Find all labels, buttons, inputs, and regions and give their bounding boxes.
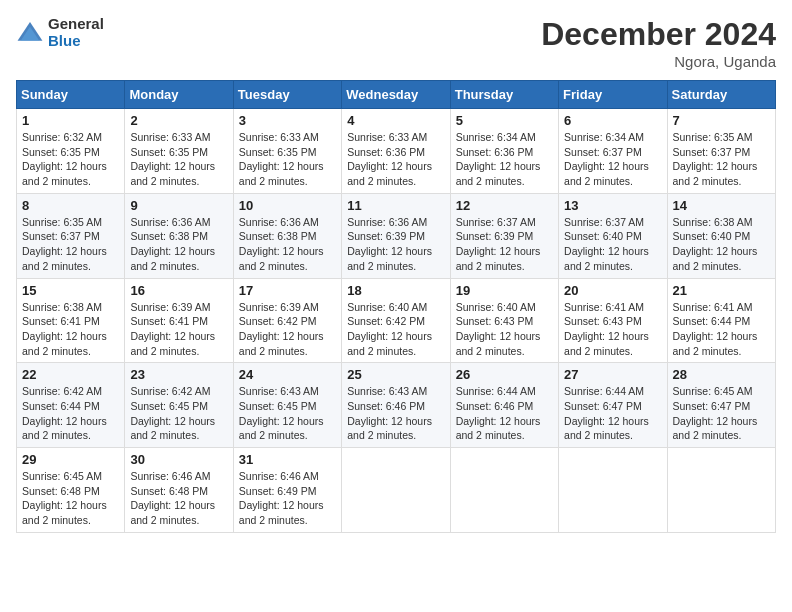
- logo-blue-text: Blue: [48, 33, 104, 50]
- day-info: Sunrise: 6:41 AM Sunset: 6:43 PM Dayligh…: [564, 300, 661, 359]
- calendar-cell: 18Sunrise: 6:40 AM Sunset: 6:42 PM Dayli…: [342, 278, 450, 363]
- calendar-cell: 1Sunrise: 6:32 AM Sunset: 6:35 PM Daylig…: [17, 109, 125, 194]
- calendar-cell: 10Sunrise: 6:36 AM Sunset: 6:38 PM Dayli…: [233, 193, 341, 278]
- week-row-5: 29Sunrise: 6:45 AM Sunset: 6:48 PM Dayli…: [17, 448, 776, 533]
- day-info: Sunrise: 6:44 AM Sunset: 6:46 PM Dayligh…: [456, 384, 553, 443]
- day-number: 4: [347, 113, 444, 128]
- day-info: Sunrise: 6:43 AM Sunset: 6:46 PM Dayligh…: [347, 384, 444, 443]
- calendar-cell: 23Sunrise: 6:42 AM Sunset: 6:45 PM Dayli…: [125, 363, 233, 448]
- calendar-cell: 8Sunrise: 6:35 AM Sunset: 6:37 PM Daylig…: [17, 193, 125, 278]
- day-info: Sunrise: 6:36 AM Sunset: 6:38 PM Dayligh…: [130, 215, 227, 274]
- calendar-cell: 4Sunrise: 6:33 AM Sunset: 6:36 PM Daylig…: [342, 109, 450, 194]
- day-number: 2: [130, 113, 227, 128]
- calendar-cell: 5Sunrise: 6:34 AM Sunset: 6:36 PM Daylig…: [450, 109, 558, 194]
- calendar-cell: 19Sunrise: 6:40 AM Sunset: 6:43 PM Dayli…: [450, 278, 558, 363]
- calendar-cell: 9Sunrise: 6:36 AM Sunset: 6:38 PM Daylig…: [125, 193, 233, 278]
- day-info: Sunrise: 6:37 AM Sunset: 6:39 PM Dayligh…: [456, 215, 553, 274]
- day-info: Sunrise: 6:34 AM Sunset: 6:36 PM Dayligh…: [456, 130, 553, 189]
- day-number: 30: [130, 452, 227, 467]
- day-number: 18: [347, 283, 444, 298]
- day-info: Sunrise: 6:45 AM Sunset: 6:48 PM Dayligh…: [22, 469, 119, 528]
- day-info: Sunrise: 6:42 AM Sunset: 6:45 PM Dayligh…: [130, 384, 227, 443]
- day-number: 11: [347, 198, 444, 213]
- day-number: 7: [673, 113, 770, 128]
- calendar-header: SundayMondayTuesdayWednesdayThursdayFrid…: [17, 81, 776, 109]
- day-info: Sunrise: 6:42 AM Sunset: 6:44 PM Dayligh…: [22, 384, 119, 443]
- calendar-cell: 16Sunrise: 6:39 AM Sunset: 6:41 PM Dayli…: [125, 278, 233, 363]
- day-number: 20: [564, 283, 661, 298]
- week-row-3: 15Sunrise: 6:38 AM Sunset: 6:41 PM Dayli…: [17, 278, 776, 363]
- calendar-cell: 17Sunrise: 6:39 AM Sunset: 6:42 PM Dayli…: [233, 278, 341, 363]
- calendar-cell: 20Sunrise: 6:41 AM Sunset: 6:43 PM Dayli…: [559, 278, 667, 363]
- calendar-body: 1Sunrise: 6:32 AM Sunset: 6:35 PM Daylig…: [17, 109, 776, 533]
- calendar-cell: 22Sunrise: 6:42 AM Sunset: 6:44 PM Dayli…: [17, 363, 125, 448]
- day-number: 21: [673, 283, 770, 298]
- calendar-table: SundayMondayTuesdayWednesdayThursdayFrid…: [16, 80, 776, 533]
- calendar-cell: 26Sunrise: 6:44 AM Sunset: 6:46 PM Dayli…: [450, 363, 558, 448]
- day-info: Sunrise: 6:36 AM Sunset: 6:38 PM Dayligh…: [239, 215, 336, 274]
- day-info: Sunrise: 6:45 AM Sunset: 6:47 PM Dayligh…: [673, 384, 770, 443]
- day-info: Sunrise: 6:46 AM Sunset: 6:48 PM Dayligh…: [130, 469, 227, 528]
- calendar-cell: 28Sunrise: 6:45 AM Sunset: 6:47 PM Dayli…: [667, 363, 775, 448]
- day-number: 3: [239, 113, 336, 128]
- calendar-cell: 24Sunrise: 6:43 AM Sunset: 6:45 PM Dayli…: [233, 363, 341, 448]
- logo-general-text: General: [48, 16, 104, 33]
- calendar-cell: 29Sunrise: 6:45 AM Sunset: 6:48 PM Dayli…: [17, 448, 125, 533]
- column-header-monday: Monday: [125, 81, 233, 109]
- day-info: Sunrise: 6:39 AM Sunset: 6:42 PM Dayligh…: [239, 300, 336, 359]
- logo-icon: [16, 19, 44, 47]
- calendar-cell: 7Sunrise: 6:35 AM Sunset: 6:37 PM Daylig…: [667, 109, 775, 194]
- column-header-sunday: Sunday: [17, 81, 125, 109]
- page-header: General Blue December 2024 Ngora, Uganda: [16, 16, 776, 70]
- header-row: SundayMondayTuesdayWednesdayThursdayFrid…: [17, 81, 776, 109]
- day-number: 31: [239, 452, 336, 467]
- day-number: 17: [239, 283, 336, 298]
- logo: General Blue: [16, 16, 104, 49]
- calendar-cell: [559, 448, 667, 533]
- calendar-cell: 12Sunrise: 6:37 AM Sunset: 6:39 PM Dayli…: [450, 193, 558, 278]
- day-info: Sunrise: 6:43 AM Sunset: 6:45 PM Dayligh…: [239, 384, 336, 443]
- day-info: Sunrise: 6:36 AM Sunset: 6:39 PM Dayligh…: [347, 215, 444, 274]
- column-header-thursday: Thursday: [450, 81, 558, 109]
- day-number: 26: [456, 367, 553, 382]
- week-row-4: 22Sunrise: 6:42 AM Sunset: 6:44 PM Dayli…: [17, 363, 776, 448]
- day-info: Sunrise: 6:35 AM Sunset: 6:37 PM Dayligh…: [673, 130, 770, 189]
- day-info: Sunrise: 6:32 AM Sunset: 6:35 PM Dayligh…: [22, 130, 119, 189]
- day-number: 23: [130, 367, 227, 382]
- week-row-1: 1Sunrise: 6:32 AM Sunset: 6:35 PM Daylig…: [17, 109, 776, 194]
- day-number: 25: [347, 367, 444, 382]
- day-number: 9: [130, 198, 227, 213]
- day-info: Sunrise: 6:46 AM Sunset: 6:49 PM Dayligh…: [239, 469, 336, 528]
- day-info: Sunrise: 6:44 AM Sunset: 6:47 PM Dayligh…: [564, 384, 661, 443]
- day-number: 29: [22, 452, 119, 467]
- day-number: 22: [22, 367, 119, 382]
- day-info: Sunrise: 6:38 AM Sunset: 6:40 PM Dayligh…: [673, 215, 770, 274]
- day-number: 1: [22, 113, 119, 128]
- column-header-friday: Friday: [559, 81, 667, 109]
- calendar-cell: 30Sunrise: 6:46 AM Sunset: 6:48 PM Dayli…: [125, 448, 233, 533]
- day-info: Sunrise: 6:37 AM Sunset: 6:40 PM Dayligh…: [564, 215, 661, 274]
- calendar-cell: 31Sunrise: 6:46 AM Sunset: 6:49 PM Dayli…: [233, 448, 341, 533]
- calendar-cell: [450, 448, 558, 533]
- day-number: 19: [456, 283, 553, 298]
- day-number: 27: [564, 367, 661, 382]
- calendar-cell: 2Sunrise: 6:33 AM Sunset: 6:35 PM Daylig…: [125, 109, 233, 194]
- day-number: 16: [130, 283, 227, 298]
- title-block: December 2024 Ngora, Uganda: [541, 16, 776, 70]
- day-number: 24: [239, 367, 336, 382]
- week-row-2: 8Sunrise: 6:35 AM Sunset: 6:37 PM Daylig…: [17, 193, 776, 278]
- day-number: 6: [564, 113, 661, 128]
- day-info: Sunrise: 6:33 AM Sunset: 6:35 PM Dayligh…: [130, 130, 227, 189]
- day-info: Sunrise: 6:41 AM Sunset: 6:44 PM Dayligh…: [673, 300, 770, 359]
- day-number: 5: [456, 113, 553, 128]
- column-header-tuesday: Tuesday: [233, 81, 341, 109]
- calendar-cell: 13Sunrise: 6:37 AM Sunset: 6:40 PM Dayli…: [559, 193, 667, 278]
- day-info: Sunrise: 6:40 AM Sunset: 6:42 PM Dayligh…: [347, 300, 444, 359]
- day-info: Sunrise: 6:38 AM Sunset: 6:41 PM Dayligh…: [22, 300, 119, 359]
- calendar-cell: 21Sunrise: 6:41 AM Sunset: 6:44 PM Dayli…: [667, 278, 775, 363]
- day-info: Sunrise: 6:33 AM Sunset: 6:35 PM Dayligh…: [239, 130, 336, 189]
- calendar-cell: 27Sunrise: 6:44 AM Sunset: 6:47 PM Dayli…: [559, 363, 667, 448]
- day-number: 8: [22, 198, 119, 213]
- day-info: Sunrise: 6:39 AM Sunset: 6:41 PM Dayligh…: [130, 300, 227, 359]
- column-header-wednesday: Wednesday: [342, 81, 450, 109]
